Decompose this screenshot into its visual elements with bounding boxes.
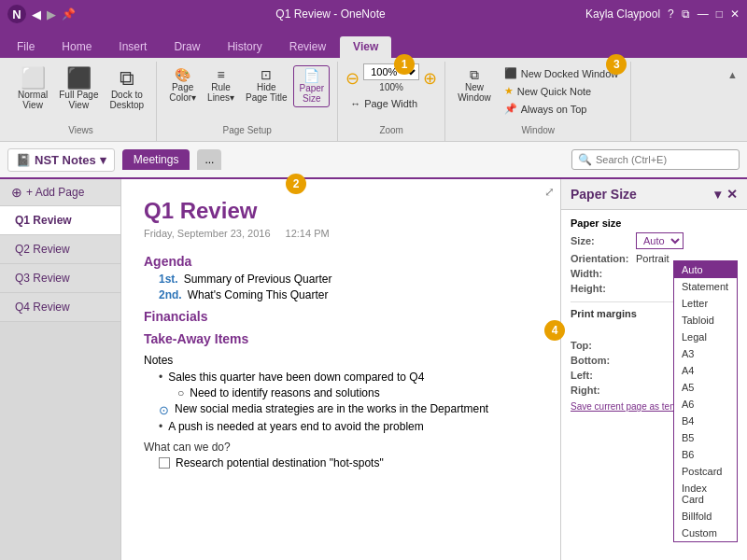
- width-label: Width:: [571, 268, 636, 279]
- dropdown-item-a4[interactable]: A4: [674, 362, 737, 379]
- callout-2: 2: [286, 174, 306, 194]
- page-item-q3[interactable]: Q3 Review: [0, 264, 120, 293]
- dropdown-item-custom[interactable]: Custom: [674, 525, 737, 541]
- dropdown-item-tabloid[interactable]: Tabloid: [674, 312, 737, 329]
- dock-label: Dock toDesktop: [109, 90, 144, 110]
- new-window-button[interactable]: ⧉ NewWindow: [453, 65, 496, 105]
- checkbox-1[interactable]: [159, 457, 170, 469]
- page-width-button[interactable]: ↔ Page Width: [345, 96, 437, 111]
- new-docked-window-button[interactable]: ⬛ New Docked Window: [500, 65, 624, 81]
- forward-button[interactable]: ▶: [47, 7, 56, 21]
- circle-icon: ⊙: [159, 403, 169, 417]
- paper-size-section-label: Paper size: [571, 217, 738, 229]
- note-expand-icon[interactable]: ⤢: [544, 185, 555, 199]
- zoom-in-button[interactable]: ⊕: [423, 68, 437, 89]
- minimize-button[interactable]: —: [698, 7, 709, 21]
- dock-icon: ⧉: [120, 68, 134, 89]
- dropdown-item-billfold[interactable]: Billfold: [674, 508, 737, 525]
- help-button[interactable]: ?: [668, 7, 674, 21]
- titlebar-title: Q1 Review - OneNote: [76, 7, 585, 21]
- tab-home[interactable]: Home: [49, 36, 105, 58]
- always-on-top-button[interactable]: 📌 Always on Top: [500, 101, 624, 117]
- section-tab-meetings[interactable]: Meetings: [122, 149, 190, 170]
- notes-item-1: • Sales this quarter have been down comp…: [159, 371, 538, 384]
- size-select-container: Auto Auto Statement Letter Tabloid Legal…: [636, 232, 738, 249]
- notebook-icon: 📓: [16, 153, 31, 167]
- ribbon-group-window: 3 ⧉ NewWindow ⬛ New Docked Window ★ New …: [445, 62, 631, 141]
- restore-button[interactable]: ⧉: [682, 7, 690, 21]
- agenda-text-1: Summary of Previous Quarter: [184, 273, 332, 286]
- add-page-label: + Add Page: [26, 186, 84, 199]
- search-box[interactable]: 🔍: [571, 149, 740, 170]
- size-select[interactable]: Auto: [636, 232, 684, 249]
- agenda-item-2: 2nd. What's Coming This Quarter: [159, 288, 538, 301]
- dropdown-item-letter[interactable]: Letter: [674, 295, 737, 312]
- rule-lines-label: RuleLines▾: [207, 82, 234, 103]
- page-width-icon: ↔: [350, 98, 360, 109]
- maximize-button[interactable]: □: [716, 7, 723, 21]
- dropdown-item-b6[interactable]: B6: [674, 446, 737, 463]
- note-date-value: Friday, September 23, 2016: [144, 228, 271, 239]
- paper-size-button[interactable]: 📄 PaperSize: [293, 65, 330, 107]
- tab-insert[interactable]: Insert: [106, 36, 160, 58]
- section-more-button[interactable]: ...: [197, 149, 221, 170]
- agenda-item-1: 1st. Summary of Previous Quarter: [159, 273, 538, 286]
- page-color-button[interactable]: 🎨 PageColor▾: [164, 65, 201, 105]
- notebook-selector[interactable]: 📓 NST Notes ▾: [7, 148, 115, 172]
- dropdown-item-legal[interactable]: Legal: [674, 329, 737, 345]
- tab-draw[interactable]: Draw: [161, 36, 213, 58]
- dropdown-item-index-card[interactable]: Index Card: [674, 480, 737, 508]
- rule-lines-button[interactable]: ≡ RuleLines▾: [203, 65, 239, 105]
- page-item-q2[interactable]: Q2 Review: [0, 235, 120, 264]
- pin-button[interactable]: 📌: [62, 7, 76, 21]
- notes-item-3: • A push is needed at years end to avoid…: [159, 420, 538, 433]
- new-quick-note-icon: ★: [504, 85, 514, 97]
- tab-file[interactable]: File: [4, 36, 48, 58]
- notes-subitem-1: ○ Need to identify reasons and solutions: [177, 386, 538, 399]
- full-page-icon: ⬛: [66, 68, 92, 89]
- paper-panel-title: Paper Size: [571, 187, 637, 202]
- bullet-3: •: [159, 420, 162, 433]
- bullet-1: •: [159, 371, 162, 384]
- dropdown-item-a3[interactable]: A3: [674, 345, 737, 362]
- dropdown-item-postcard[interactable]: Postcard: [674, 463, 737, 480]
- close-button[interactable]: ✕: [730, 7, 740, 21]
- dock-to-desktop-button[interactable]: ⧉ Dock toDesktop: [105, 65, 148, 113]
- note-title: Q1 Review: [144, 198, 538, 224]
- paper-panel-header: Paper Size ▾ ✕: [561, 179, 747, 210]
- dropdown-item-b5[interactable]: B5: [674, 429, 737, 446]
- dropdown-item-a6[interactable]: A6: [674, 396, 737, 413]
- tab-review[interactable]: Review: [276, 36, 339, 58]
- zoom-out-button[interactable]: ⊖: [345, 68, 359, 89]
- paper-panel-close-button[interactable]: ✕: [726, 187, 738, 202]
- hide-title-icon: ⊡: [261, 68, 272, 81]
- back-button[interactable]: ◀: [32, 7, 41, 21]
- add-page-button[interactable]: ⊕ + Add Page: [0, 179, 120, 206]
- search-icon: 🔍: [578, 153, 592, 166]
- tab-history[interactable]: History: [214, 36, 275, 58]
- page-item-q4[interactable]: Q4 Review: [0, 293, 120, 322]
- tab-view[interactable]: View: [340, 36, 391, 58]
- dropdown-item-b4[interactable]: B4: [674, 413, 737, 429]
- collapse-ribbon-button[interactable]: ▲: [724, 67, 741, 82]
- hide-page-title-button[interactable]: ⊡ HidePage Title: [241, 65, 291, 105]
- dropdown-item-auto[interactable]: Auto: [674, 261, 737, 278]
- callout-1: 1: [394, 54, 415, 75]
- dropdown-item-a5[interactable]: A5: [674, 379, 737, 396]
- size-label: Size:: [571, 235, 636, 246]
- paper-panel-dropdown-icon[interactable]: ▾: [714, 187, 721, 202]
- search-input[interactable]: [596, 154, 733, 165]
- note-content: ⤢ Q1 Review Friday, September 23, 2016 1…: [121, 179, 560, 491]
- page-color-icon: 🎨: [175, 68, 190, 81]
- new-window-label: NewWindow: [458, 82, 491, 103]
- agenda-text-2: What's Coming This Quarter: [188, 288, 329, 301]
- zoom-row: ⊖ 100% 75% 150% 100% ⊕: [345, 63, 437, 92]
- dropdown-item-statement[interactable]: Statement: [674, 278, 737, 295]
- takeaway-heading: Take-Away Items: [144, 331, 538, 346]
- page-item-q1[interactable]: Q1 Review: [0, 206, 120, 235]
- full-page-view-button[interactable]: ⬛ Full PageView: [54, 65, 103, 113]
- normal-view-button[interactable]: ⬜ NormalView: [13, 65, 52, 113]
- notebook-name-label: NST Notes: [35, 153, 96, 167]
- new-quick-note-button[interactable]: ★ New Quick Note: [500, 83, 624, 99]
- note-time-value: 12:14 PM: [286, 228, 330, 239]
